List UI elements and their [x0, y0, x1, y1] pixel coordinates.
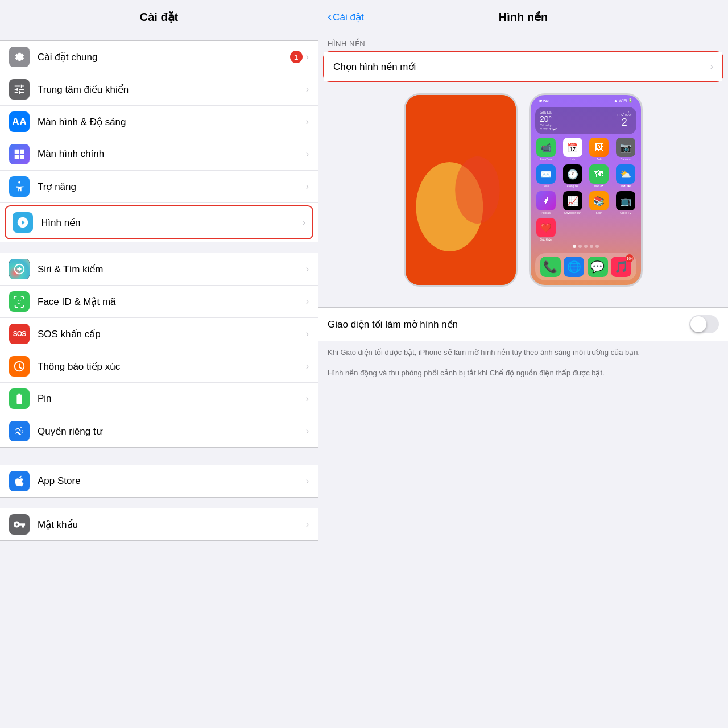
app-grid-row4: ❤️ Sức khỏe — [531, 217, 641, 242]
chevron-icon: › — [306, 426, 309, 436]
settings-item-sos[interactable]: SOS SOS khẩn cấp › — [0, 318, 318, 350]
widget-location: Gia Lai — [540, 110, 557, 114]
dark-mode-toggle[interactable] — [689, 315, 719, 333]
chevron-icon: › — [303, 217, 305, 228]
settings-item-pin[interactable]: Pin › — [0, 383, 318, 415]
settings-list: Cài đặt chung 1 › Trung tâm điều khiển ›… — [0, 30, 318, 728]
facetime-icon: 📹 — [536, 138, 556, 157]
man-hinh-do-sang-right: › — [306, 117, 309, 127]
app-dock: 📞 🌐 💬 🎵 164 — [535, 253, 636, 280]
app-store-right: › — [306, 476, 309, 486]
appletv-icon: 📺 — [616, 191, 635, 210]
photos-icon: 🖼 — [589, 138, 609, 157]
page-dot-4 — [595, 245, 599, 248]
page-dot-2 — [584, 245, 588, 248]
chevron-icon: › — [306, 329, 309, 339]
settings-group-2: Siri & Tìm kiếm › Face ID & Mật mã › SOS… — [0, 253, 318, 448]
gear-icon — [9, 47, 30, 67]
settings-item-mat-khau[interactable]: Mật khẩu › — [0, 508, 318, 540]
mail-icon: ✉️ — [536, 164, 556, 184]
podcasts-icon: 🎙 — [536, 191, 556, 210]
settings-group-3: App Store › — [0, 465, 318, 498]
trung-tam-right: › — [306, 84, 309, 94]
face-id-right: › — [306, 296, 309, 307]
mat-khau-right: › — [306, 519, 309, 530]
trung-tam-label: Trung tâm điều khiển — [38, 84, 306, 96]
empty-icon3 — [589, 218, 609, 237]
battery-icon — [9, 388, 30, 409]
settings-item-tro-nang[interactable]: Trợ năng › — [0, 171, 318, 203]
widget-temp: 20° — [540, 114, 557, 123]
app-cell-empty2 — [561, 218, 585, 241]
settings-item-face-id[interactable]: Face ID & Mật mã › — [0, 286, 318, 318]
choose-wallpaper-chevron: › — [710, 61, 713, 72]
app-grid-row3: 🎙 Podcast 📈 Chứng khoán 📚 Sách 📺 Apple T… — [531, 190, 641, 216]
pin-label: Pin — [38, 393, 306, 404]
app-cell-facetime: 📹 FaceTime — [534, 138, 559, 161]
settings-item-siri[interactable]: Siri & Tìm kiếm › — [0, 253, 318, 286]
settings-item-trung-tam[interactable]: Trung tâm điều khiển › — [0, 73, 318, 106]
page-indicators — [531, 245, 641, 248]
settings-item-hinh-nen[interactable]: Hình nền › — [5, 205, 313, 239]
siri-right: › — [306, 264, 309, 274]
left-header: Cài đặt — [0, 0, 318, 30]
app-cell-empty3 — [587, 218, 611, 241]
chevron-icon: › — [306, 264, 309, 274]
right-header: ‹ Cài đặt Hình nền — [318, 0, 728, 30]
calendar-icon: 📅 — [563, 138, 582, 157]
stocks-icon: 📈 — [563, 191, 582, 210]
chevron-icon: › — [306, 52, 309, 62]
settings-item-cai-dat-chung[interactable]: Cài đặt chung 1 › — [0, 41, 318, 73]
widget-date: 2 — [617, 117, 632, 129]
mail-label: Mail — [544, 184, 549, 188]
description-2: Hình nền động và thu phóng phối cảnh bị … — [318, 362, 728, 382]
settings-item-app-store[interactable]: App Store › — [0, 465, 318, 497]
chevron-icon: › — [306, 519, 309, 530]
settings-item-thong-bao[interactable]: Thông báo tiếp xúc › — [0, 350, 318, 383]
sach-label: Sách — [596, 211, 602, 214]
dark-mode-toggle-row: Giao diện tối làm mờ hình nền — [318, 307, 728, 341]
app-cell-podcast: 🎙 Podcast — [534, 191, 559, 214]
app-grid-row2: ✉️ Mail 🕐 Đồng hồ 🗺 Bản đồ ⛅ Thời tiết — [531, 163, 641, 189]
face-id-label: Face ID & Mật mã — [38, 296, 306, 308]
man-hinh-do-sang-label: Màn hình & Độ sáng — [38, 116, 306, 128]
app-grid-row1: 📹 FaceTime 📅 Lịch 🖼 Ảnh 📷 Camera — [531, 136, 641, 162]
maps-icon: 🗺 — [589, 164, 609, 184]
app-cell-appletv: 📺 Apple TV — [614, 191, 638, 214]
siri-label: Siri & Tìm kiếm — [38, 263, 306, 275]
back-button[interactable]: ‹ Cài đặt — [328, 10, 364, 24]
key-icon — [9, 514, 30, 535]
choose-wallpaper-item[interactable]: Chọn hình nền mới › — [324, 52, 722, 81]
settings-item-man-hinh-do-sang[interactable]: AA Màn hình & Độ sáng › — [0, 106, 318, 138]
left-title: Cài đặt — [140, 11, 179, 23]
settings-item-man-hinh-chinh[interactable]: Màn hình chính › — [0, 138, 318, 171]
home-status-bar: 09:41 ▲ WiFi 🔋 — [531, 95, 641, 105]
app-cell-anh: 🖼 Ảnh — [587, 138, 611, 161]
description-1: Khi Giao diện tối được bật, iPhone sẽ là… — [318, 341, 728, 362]
dock-badge: 164 — [626, 254, 634, 262]
app-cell-lich: 📅 Lịch — [561, 138, 585, 161]
status-time: 09:41 — [539, 98, 550, 104]
dark-mode-label: Giao diện tối làm mờ hình nền — [328, 318, 689, 330]
siri-icon — [9, 259, 30, 279]
settings-item-quyen-rieng-tu[interactable]: Quyền riêng tư › — [0, 415, 318, 447]
chevron-icon: › — [306, 394, 309, 404]
sos-right: › — [306, 329, 309, 339]
camera-label: Camera — [621, 158, 631, 161]
accessibility-icon — [9, 176, 30, 197]
lock-screen-preview[interactable] — [404, 93, 518, 287]
cai-dat-chung-badge: 1 — [290, 51, 303, 63]
appletv-label: Apple TV — [620, 211, 631, 214]
home-screen-preview[interactable]: 09:41 ▲ WiFi 🔋 Gia Lai 20° Có mâyC:28° T… — [529, 93, 643, 287]
wallpaper-previews: 09:41 ▲ WiFi 🔋 Gia Lai 20° Có mâyC:28° T… — [318, 82, 728, 296]
empty-icon4 — [616, 218, 635, 237]
app-cell-suc-khoe: ❤️ Sức khỏe — [534, 218, 559, 241]
app-cell-ban-do: 🗺 Bản đồ — [587, 164, 611, 188]
tro-nang-label: Trợ năng — [38, 181, 306, 193]
brightness-icon: AA — [9, 111, 30, 132]
suc-khoe-label: Sức khỏe — [540, 238, 552, 241]
app-cell-thoi-tiet: ⛅ Thời tiết — [614, 164, 638, 188]
dock-messages: 💬 — [588, 257, 608, 277]
tro-nang-right: › — [306, 181, 309, 192]
empty-icon2 — [563, 218, 582, 237]
